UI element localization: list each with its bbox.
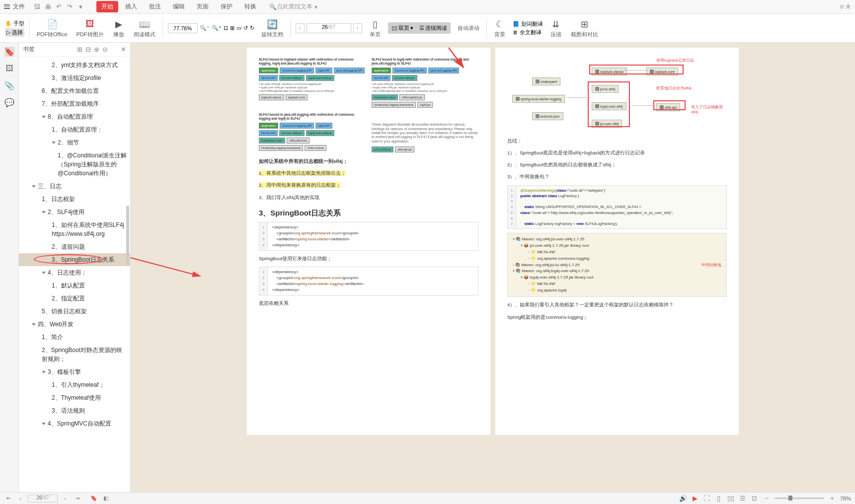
compress-button[interactable]: ⇊ 压缩: [548, 18, 564, 38]
sidebar-toggle-icon[interactable]: ◧: [101, 495, 110, 503]
bookmark-item[interactable]: 1、如何在系统中使用SLF4j https://www.slf4j.org: [19, 218, 130, 240]
fit-icon[interactable]: ⊡: [224, 25, 228, 31]
pdf-to-office-button[interactable]: 📄 PDF转Office: [35, 18, 70, 38]
bookmark-item[interactable]: 3、语法规则: [19, 404, 130, 417]
rotate-doc-button[interactable]: 🔄 旋转文档: [259, 18, 285, 38]
double-page-button[interactable]: ▯▯双页▾: [389, 23, 416, 33]
continuous-button[interactable]: ☰连续阅读: [416, 23, 450, 33]
fit-width-icon[interactable]: ▭: [236, 25, 241, 31]
tab-insert[interactable]: 插入: [120, 1, 142, 12]
select-tool[interactable]: ▷选择: [5, 28, 24, 37]
rail-attachment-icon[interactable]: 📎: [4, 80, 14, 90]
tab-annotate[interactable]: 批注: [144, 1, 166, 12]
sb-zoom-out-icon[interactable]: −: [763, 495, 771, 503]
bm-expand-icon[interactable]: ⊞: [77, 46, 82, 53]
sb-play-icon[interactable]: ▶: [691, 495, 699, 503]
zoom-input[interactable]: [168, 23, 198, 33]
bookmark-item[interactable]: 1、自动配置原理：: [19, 123, 130, 136]
full-translate-button[interactable]: 🗎全文翻译: [513, 29, 543, 36]
bookmark-item[interactable]: 2、SLF4j使用: [19, 206, 130, 218]
page-number-input[interactable]: 26/87: [307, 23, 351, 33]
tab-edit[interactable]: 编辑: [168, 1, 190, 12]
scrollbar-thumb[interactable]: [126, 206, 129, 265]
sb-zoom-in-icon[interactable]: +: [828, 495, 836, 503]
bookmark-item[interactable]: 2、指定配置: [19, 292, 130, 305]
last-page-button[interactable]: ⇥: [73, 495, 81, 503]
next-page-button[interactable]: ›: [61, 495, 70, 503]
bookmark-item[interactable]: 2、SpringBoot对静态资源的映射规则；: [19, 344, 130, 365]
bookmark-item[interactable]: 1、@Conditional派生注解（Spring注解版原生的@Conditio…: [19, 149, 130, 180]
bookmark-item[interactable]: 2、细节: [19, 136, 130, 149]
sb-view1-icon[interactable]: ▯: [715, 495, 723, 503]
hamburger-icon[interactable]: [4, 4, 10, 9]
bookmark-item[interactable]: 1、简介: [19, 331, 130, 344]
prev-page-button[interactable]: ‹: [16, 495, 25, 503]
rail-comment-icon[interactable]: 💬: [4, 97, 14, 107]
qat-undo-icon[interactable]: ↶: [55, 3, 63, 11]
zoom-slider[interactable]: [775, 498, 824, 499]
bookmark-item[interactable]: 4、日志使用；: [19, 266, 130, 279]
hand-tool[interactable]: ✋手型: [5, 20, 24, 27]
rail-thumbnail-icon[interactable]: 🖼: [4, 64, 14, 73]
tab-start[interactable]: 开始: [96, 1, 118, 12]
bookmark-item[interactable]: 2、遗留问题: [19, 240, 130, 253]
search-area[interactable]: 🔍 点此查找文本 ▾: [269, 2, 317, 11]
bookmark-item[interactable]: 三、日志: [19, 180, 130, 193]
tab-page[interactable]: 页面: [192, 1, 214, 12]
sb-fullscreen-icon[interactable]: ⛶: [703, 495, 711, 503]
qat-redo-icon[interactable]: ↷: [66, 3, 74, 11]
bookmark-item[interactable]: 5、切换日志框架: [19, 305, 130, 318]
bm-close-icon[interactable]: ✕: [121, 46, 126, 53]
bookmark-item[interactable]: 6、配置文件加载位置: [19, 84, 130, 97]
prev-page-button[interactable]: ‹: [296, 23, 305, 33]
bookmark-item[interactable]: 7、外部配置加载顺序: [19, 97, 130, 110]
sb-fit-icon[interactable]: ⊡: [751, 495, 759, 503]
file-menu[interactable]: 文件: [13, 2, 25, 11]
bm-collapse-icon[interactable]: ⊟: [85, 46, 91, 53]
bookmark-item[interactable]: 2、Thymeleaf使用: [19, 391, 130, 404]
pdf-to-image-button[interactable]: 🖼 PDF转图片: [75, 18, 106, 38]
qat-print-icon[interactable]: 🖶: [44, 3, 52, 11]
single-page-button[interactable]: ▯ 单页: [367, 18, 383, 38]
bookmark-item[interactable]: 四、Web开发: [19, 318, 130, 331]
document-area[interactable]: SLF4J bound to logback-classic with redi…: [131, 43, 855, 492]
bookmark-toggle-icon[interactable]: 🔖: [89, 495, 98, 503]
qat-dropdown-icon[interactable]: ▾: [77, 3, 84, 11]
qat-save-icon[interactable]: 🖫: [33, 3, 41, 11]
bm-delete-icon[interactable]: ⊖: [102, 46, 108, 53]
left-rail: 🔖 🖼 📎 💬: [0, 43, 19, 492]
zoom-in-icon[interactable]: 🔍⁺: [212, 25, 222, 31]
sb-view2-icon[interactable]: ▯▯: [727, 495, 735, 503]
screenshot-compare-button[interactable]: ⊞ 截图和对比: [569, 18, 600, 38]
bm-add-icon[interactable]: ⊕: [94, 46, 99, 53]
bookmark-item[interactable]: 3、模板引擎: [19, 365, 130, 378]
bookmark-item[interactable]: 3、激活指定profile: [19, 72, 130, 84]
bookmark-tree[interactable]: 2、yml支持多文档块方式3、激活指定profile6、配置文件加载位置7、外部…: [19, 57, 130, 492]
zoom-out-icon[interactable]: 🔍⁻: [200, 25, 210, 31]
sb-view3-icon[interactable]: ☰: [739, 495, 747, 503]
play-button[interactable]: ▶ 播放: [111, 18, 127, 38]
bookmark-item[interactable]: 1、默认配置: [19, 279, 130, 292]
bookmark-item[interactable]: 3、SpringBoot日志关系: [19, 253, 130, 266]
status-page-input[interactable]: 26/87: [28, 495, 58, 503]
autoscroll-button[interactable]: 自动滚动: [456, 24, 481, 32]
rail-bookmark-icon[interactable]: 🔖: [4, 47, 14, 57]
tab-protect[interactable]: 保护: [216, 1, 237, 12]
bookmark-item[interactable]: 1、引入thymeleaf；: [19, 378, 130, 391]
dict-translate-button[interactable]: 📘划词翻译: [513, 20, 543, 28]
bookmark-item[interactable]: 1、日志框架: [19, 193, 130, 206]
next-page-button[interactable]: ›: [353, 23, 362, 33]
rotate-ccw-icon[interactable]: ↺: [243, 25, 248, 31]
tab-convert[interactable]: 转换: [239, 1, 261, 12]
background-button[interactable]: ☾ 背景: [492, 18, 508, 38]
bookmark-item[interactable]: 2、yml支持多文档块方式: [19, 59, 130, 72]
bookmark-item[interactable]: 8、自动配置原理: [19, 110, 130, 123]
read-mode-button[interactable]: 📖 阅读模式: [132, 18, 157, 38]
sb-sound-icon[interactable]: 🔊: [679, 495, 687, 503]
actual-size-icon[interactable]: ⊞: [230, 25, 234, 31]
zoom-slider-thumb[interactable]: [788, 496, 792, 501]
rotate-cw-icon[interactable]: ↻: [250, 25, 254, 31]
first-page-button[interactable]: ⇤: [4, 495, 13, 503]
bookmark-item[interactable]: 4、SpringMVC自动配置: [19, 417, 130, 430]
book-icon: 📖: [139, 18, 151, 30]
